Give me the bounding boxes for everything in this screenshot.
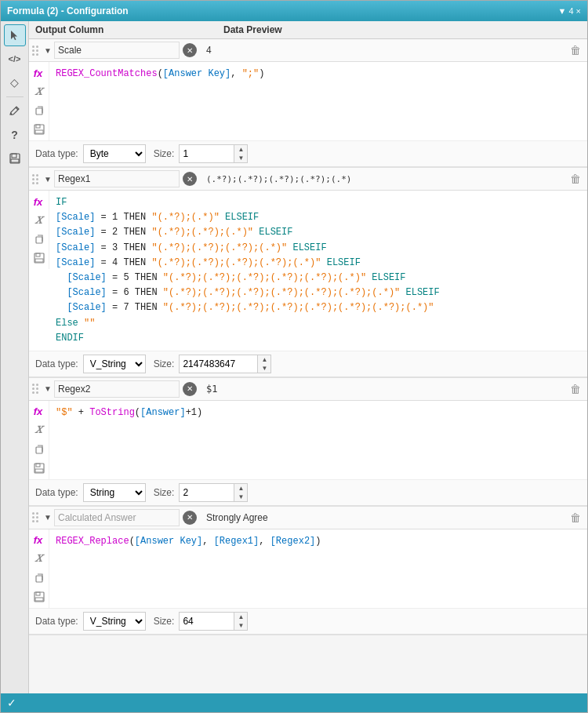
chevron-regex2[interactable]: ▼ xyxy=(42,383,54,395)
scale-dtype-select[interactable]: Byte Int16 Int32 String V_String xyxy=(83,144,146,163)
calc-dtype-select[interactable]: V_String String Byte xyxy=(83,612,146,631)
regex1-x-btn[interactable]: 𝑋 xyxy=(31,212,48,229)
scale-column-input[interactable] xyxy=(54,42,180,59)
svg-rect-2 xyxy=(12,154,16,158)
scale-size-spinner-group: ▲ ▼ xyxy=(179,144,248,163)
regex1-column-input[interactable] xyxy=(54,170,180,187)
regex2-expression-row: fx 𝑋 "$" + ToString([Answer]+1) xyxy=(29,401,587,479)
scale-fx-btn[interactable]: fx xyxy=(31,64,48,82)
regex2-x-btn[interactable]: 𝑋 xyxy=(31,422,48,439)
svg-rect-16 xyxy=(36,576,42,582)
regex1-copy-btn[interactable] xyxy=(31,231,48,248)
scale-size-input[interactable] xyxy=(179,144,234,163)
formula-block-regex1: ▼ ✕ (.*?);(.*?);(.*?);(.*?);(.*) 🗑 fx 𝑋 xyxy=(29,168,587,378)
chevron-calc[interactable]: ▼ xyxy=(42,511,54,524)
regex2-size-down[interactable]: ▼ xyxy=(234,493,247,501)
check-icon[interactable]: ✓ xyxy=(7,697,16,709)
drag-handle-calc[interactable] xyxy=(32,512,38,522)
calc-size-down[interactable]: ▼ xyxy=(234,621,247,630)
regex1-size-down[interactable]: ▼ xyxy=(258,364,270,373)
regex1-formula-content[interactable]: IF [Scale] = 1 THEN "(.*?);(.*)" ELSEIF … xyxy=(49,191,587,351)
select-tool-icon[interactable] xyxy=(4,24,26,46)
calc-answer-column-input[interactable] xyxy=(54,509,180,526)
svg-rect-10 xyxy=(36,253,40,256)
scale-copy-btn[interactable] xyxy=(31,102,48,119)
regex2-icon-col: fx 𝑋 xyxy=(29,401,49,479)
right-panel: Output Column Data Preview ▼ ✕ xyxy=(29,21,587,693)
regex2-column-input[interactable] xyxy=(54,380,180,398)
save-tool-icon[interactable] xyxy=(4,147,26,169)
scale-dtype-label: Data type: xyxy=(35,148,78,159)
chevron-scale[interactable]: ▼ xyxy=(42,44,54,56)
regex1-dtype-select[interactable]: V_String String Byte xyxy=(83,355,146,373)
regex1-fx-btn[interactable]: fx xyxy=(31,193,48,210)
calc-expression-row: fx 𝑋 REGEX_Replace([Answer Key], [Regex1… xyxy=(29,529,587,608)
regex2-size-input[interactable] xyxy=(179,483,234,502)
pencil-tool-icon[interactable] xyxy=(4,100,26,122)
svg-rect-11 xyxy=(35,259,43,262)
scale-save-btn[interactable] xyxy=(31,121,48,138)
scale-preview: 4 xyxy=(200,45,567,56)
regex1-size-up[interactable]: ▲ xyxy=(258,355,270,364)
drag-handle-scale[interactable] xyxy=(32,45,38,56)
calc-size-up[interactable]: ▲ xyxy=(234,613,247,621)
calc-formula-content[interactable]: REGEX_Replace([Answer Key], [Regex1], [R… xyxy=(49,529,587,592)
chevron-regex1[interactable]: ▼ xyxy=(42,173,54,185)
scale-header-row: ▼ ✕ 4 🗑 xyxy=(29,39,587,62)
delete-regex1-btn[interactable]: 🗑 xyxy=(567,173,584,185)
main-content: </> ◇ ? xyxy=(1,21,587,693)
svg-rect-19 xyxy=(35,598,43,601)
regex1-size-spinner: ▲ ▼ xyxy=(257,355,271,373)
regex2-size-up[interactable]: ▲ xyxy=(234,484,247,493)
clear-scale-btn[interactable]: ✕ xyxy=(183,43,197,57)
question-tool-icon[interactable]: ? xyxy=(4,124,26,146)
formula-block-regex2: ▼ ✕ $1 🗑 fx 𝑋 xyxy=(29,378,587,507)
regex2-fx-btn[interactable]: fx xyxy=(31,403,48,420)
scale-size-spinner: ▲ ▼ xyxy=(234,144,248,163)
calc-size-spinner: ▲ ▼ xyxy=(234,612,248,631)
scale-x-btn[interactable]: 𝑋 xyxy=(31,83,48,100)
regex1-size-input[interactable] xyxy=(179,355,257,373)
svg-rect-4 xyxy=(36,108,42,115)
window-controls: ▼ 4 × xyxy=(557,6,581,16)
svg-rect-7 xyxy=(35,130,43,133)
main-window: Formula (2) - Configuration ▼ 4 × </> ◇ xyxy=(0,0,588,713)
regex2-preview: $1 xyxy=(200,384,567,395)
clear-regex1-btn[interactable]: ✕ xyxy=(183,172,197,186)
diamond-tool-icon[interactable]: ◇ xyxy=(4,71,26,93)
regex2-dtype-select[interactable]: String V_String Byte xyxy=(83,483,146,502)
delete-scale-btn[interactable]: 🗑 xyxy=(567,44,584,56)
delete-calc-btn[interactable]: 🗑 xyxy=(567,511,584,524)
scale-size-up[interactable]: ▲ xyxy=(234,145,247,154)
regex2-formula-content[interactable]: "$" + ToString([Answer]+1) xyxy=(49,401,587,464)
calc-save-btn[interactable] xyxy=(31,588,48,606)
clear-calc-btn[interactable]: ✕ xyxy=(183,511,197,525)
regex1-preview: (.*?);(.*?);(.*?);(.*?);(.*) xyxy=(200,174,567,184)
calc-x-btn[interactable]: 𝑋 xyxy=(31,551,48,568)
scale-icon-col: fx 𝑋 xyxy=(29,62,49,140)
drag-handle-regex1[interactable] xyxy=(32,174,38,184)
svg-rect-6 xyxy=(36,125,40,128)
scale-size-down[interactable]: ▼ xyxy=(234,154,247,162)
drag-handle-regex2[interactable] xyxy=(32,384,38,394)
scale-formula-content[interactable]: REGEX_CountMatches([Answer Key], ";") xyxy=(49,62,587,86)
window-title: Formula (2) - Configuration xyxy=(7,5,129,16)
calc-copy-btn[interactable] xyxy=(31,569,48,587)
svg-rect-3 xyxy=(11,159,19,162)
regex1-save-btn[interactable] xyxy=(31,249,48,267)
formula-block-calculated-answer: ▼ ✕ Strongly Agree 🗑 fx 𝑋 xyxy=(29,507,587,635)
calc-size-input[interactable] xyxy=(179,612,234,631)
clear-regex2-btn[interactable]: ✕ xyxy=(183,382,197,396)
toolbar-divider xyxy=(6,96,24,97)
pin-control[interactable]: ▼ 4 × xyxy=(557,6,581,16)
code-tool-icon[interactable]: </> xyxy=(4,48,26,70)
calc-dtype-label: Data type: xyxy=(35,616,78,627)
regex1-expression-row: fx 𝑋 IF [Scale] = 1 THEN "(.*?);(.*)" EL… xyxy=(29,191,587,351)
delete-regex2-btn[interactable]: 🗑 xyxy=(567,383,584,395)
regex1-data-type-row: Data type: V_String String Byte Size: ▲ … xyxy=(29,351,587,377)
scroll-area[interactable]: ▼ ✕ 4 🗑 fx 𝑋 xyxy=(29,39,587,693)
regex2-save-btn[interactable] xyxy=(31,460,48,477)
calc-fx-btn[interactable]: fx xyxy=(31,532,48,549)
regex2-copy-btn[interactable] xyxy=(31,441,48,458)
column-headers: Output Column Data Preview xyxy=(29,21,587,39)
